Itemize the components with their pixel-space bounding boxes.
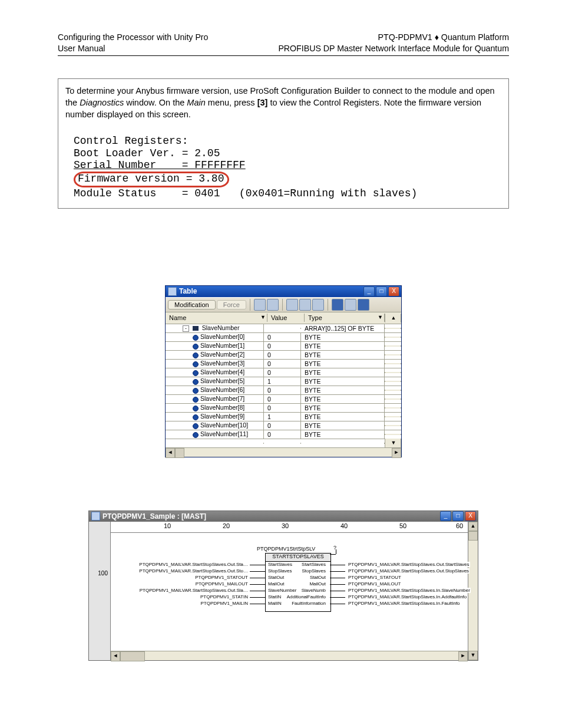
wire [330,597,345,598]
table-row[interactable]: SlaveNumber[3]0BYTE [166,360,401,368]
root-name: SlaveNumber [202,324,240,331]
var-name: SlaveNumber[1] [200,342,244,349]
left-pin: StatOut [267,575,285,580]
var-type: BYTE [301,386,385,394]
table-row[interactable]: SlaveNumber[4]0BYTE [166,368,401,377]
minimize-button[interactable]: _ [440,511,451,521]
ruler-tick: 50 [399,522,406,529]
table-row[interactable]: - SlaveNumber ARRAY[0..125] OF BYTE [166,324,401,333]
separator [328,299,328,311]
left-pin: SlaveNumber [267,588,297,593]
scroll-up-button[interactable]: ▲ [385,314,401,322]
left-pin: StartSlaves [267,562,293,567]
scroll-up-button[interactable]: ▲ [468,522,478,531]
tree-collapse-icon[interactable]: - [183,325,189,332]
horizontal-scrollbar[interactable]: ◄ ► [111,651,468,660]
byte-icon [193,370,199,376]
toolbar-icon[interactable] [345,299,356,311]
root-type: ARRAY[0..125] OF BYTE [301,324,385,332]
note-paragraph: To determine your Anybus firmware versio… [65,85,501,120]
gutter-number: 100 [98,570,108,577]
toolbar-icon[interactable] [312,299,324,311]
scroll-left-button[interactable]: ◄ [111,651,120,661]
scroll-down-button[interactable]: ▼ [385,439,401,447]
toolbar-icon[interactable] [299,299,311,311]
col-type[interactable]: Type▼ [305,314,385,322]
column-ruler: 10 20 30 40 50 60 [111,522,468,533]
right-signal: PTQPDPMV1_MAILVAR.StartStopSlaves.Out.St… [348,562,470,567]
right-pin: MailOut [309,581,326,587]
wire [330,584,345,585]
byte-icon [193,361,199,367]
var-value: 0 [264,386,301,394]
table-row[interactable]: SlaveNumber[0]0BYTE [166,333,401,342]
ruler-tick: 40 [340,522,348,529]
var-name: SlaveNumber[4] [200,368,244,375]
left-signal: PTQPDPMV1_MAILVAR.StartStopSlaves.Out.Sl… [139,588,249,593]
table-row[interactable]: SlaveNumber[1]0BYTE [166,342,401,351]
close-button[interactable]: X [465,511,476,521]
scrollbar-thumb[interactable] [468,531,478,541]
toolbar-icon[interactable] [358,299,369,311]
scroll-left-button[interactable]: ◄ [166,448,175,458]
table-row[interactable]: SlaveNumber[2]0BYTE [166,351,401,360]
scrollbar-thumb[interactable] [120,651,145,661]
maximize-button[interactable]: □ [452,511,464,521]
minimize-button[interactable]: _ [363,286,375,297]
table-row[interactable]: SlaveNumber[7]0BYTE [166,395,401,404]
scroll-right-button[interactable]: ► [392,448,401,458]
note-key: [3] [257,98,268,107]
table-toolbar: Modification Force [166,297,401,312]
table-row[interactable]: SlaveNumber[11]0BYTE [166,430,401,439]
toolbar-icon[interactable] [254,299,266,311]
close-button[interactable]: X [388,286,399,297]
table-row[interactable]: SlaveNumber[6]0BYTE [166,386,401,395]
force-button[interactable]: Force [217,300,246,309]
col-value[interactable]: Value [267,314,305,322]
scroll-down-button[interactable]: ▼ [468,651,478,660]
toolbar-icon[interactable] [286,299,298,311]
scrollbar-thumb[interactable] [175,448,184,458]
col-name[interactable]: Name▼ [166,314,267,322]
mono-line: Module Status = 0401 (0x0401=Running wit… [74,187,417,199]
var-value: 0 [264,421,301,430]
table-body: - SlaveNumber ARRAY[0..125] OF BYTE Slav… [166,324,401,447]
firmware-note-box: To determine your Anybus firmware versio… [58,78,509,208]
left-signal: PTQPDPMV1_MAILIN [200,601,249,606]
modification-button[interactable]: Modification [168,300,216,309]
var-type: BYTE [301,360,385,368]
col-name-label: Name [169,314,186,321]
table-row[interactable]: SlaveNumber[9]1BYTE [166,413,401,421]
left-pin: StatIN [267,594,282,599]
fbd-canvas[interactable]: PTQPDPMV1StrtStpSLV STARTSTOPSLAVES ? PT… [111,533,468,651]
toolbar-icon[interactable] [267,299,279,311]
wire [250,591,265,591]
dropdown-icon[interactable]: ▼ [260,314,266,320]
left-signal: PTQPDPMV1_MAILOUT [195,581,249,587]
var-type: BYTE [301,395,385,403]
animation-table-window: Table _ □ X Modification Force Name▼ Val… [165,285,402,457]
var-name: SlaveNumber[3] [200,360,244,367]
scroll-right-button[interactable]: ► [458,651,468,661]
var-type: BYTE [301,351,385,359]
ruler-tick: 30 [282,522,289,529]
window-title: PTQPDPMV1_Sample : [MAST] [103,512,440,521]
wire [250,584,265,585]
horizontal-scrollbar[interactable]: ◄ ► [166,447,401,457]
maximize-button[interactable]: □ [376,286,387,297]
var-name: SlaveNumber[9] [200,413,244,420]
var-type: BYTE [301,404,385,412]
var-name: SlaveNumber[10] [200,421,248,429]
toolbar-icon[interactable] [332,299,343,311]
table-row[interactable]: SlaveNumber[5]1BYTE [166,377,401,386]
dropdown-icon[interactable]: ▼ [378,314,383,320]
var-name: SlaveNumber[5] [200,377,244,384]
window-titlebar[interactable]: PTQPDPMV1_Sample : [MAST] _ □ X [89,511,478,522]
window-titlebar[interactable]: Table _ □ X [166,286,401,297]
table-row[interactable]: SlaveNumber[10]0BYTE [166,421,401,430]
firmware-version-highlight: Firmware version = 3.80 [74,172,229,187]
separator [282,299,283,311]
window-icon [91,512,100,521]
col-type-label: Type [308,314,322,321]
table-row[interactable]: SlaveNumber[8]0BYTE [166,404,401,413]
